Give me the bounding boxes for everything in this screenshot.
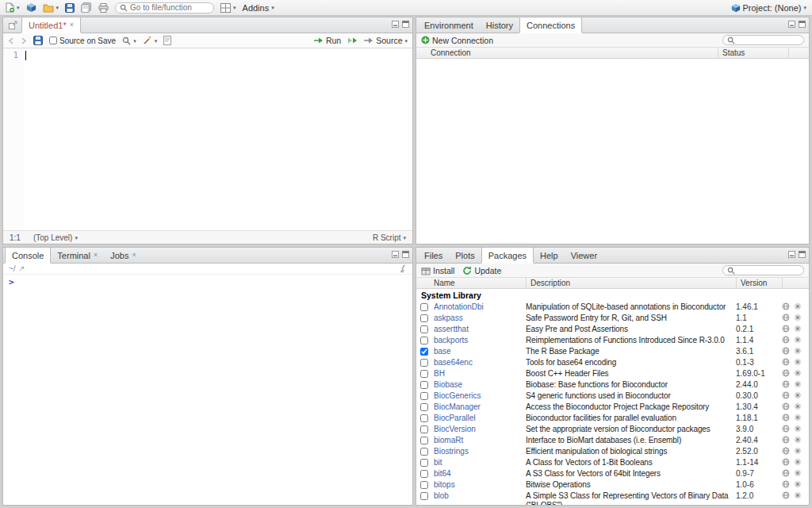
package-name-link[interactable]: bit64 (434, 469, 526, 479)
pane-layout-button[interactable]: ▾ (220, 3, 236, 13)
package-checkbox[interactable] (420, 414, 428, 422)
find-replace-button[interactable]: ▾ (122, 37, 136, 45)
save-file-button[interactable] (33, 36, 43, 45)
package-checkbox[interactable] (420, 437, 428, 444)
package-remove-button[interactable] (794, 447, 802, 455)
tab-viewer[interactable]: Viewer (565, 248, 603, 263)
package-checkbox[interactable] (420, 492, 428, 500)
maximize-pane-button[interactable] (799, 251, 806, 258)
package-name-link[interactable]: assertthat (434, 325, 526, 334)
package-checkbox[interactable] (420, 403, 428, 411)
minimize-pane-button[interactable] (392, 251, 399, 258)
package-name-link[interactable]: bitops (434, 480, 526, 490)
new-connection-button[interactable]: New Connection (421, 36, 493, 45)
package-remove-button[interactable] (794, 369, 802, 377)
package-website-button[interactable] (782, 358, 790, 366)
package-name-link[interactable]: BH (434, 369, 526, 379)
package-remove-button[interactable] (794, 469, 802, 477)
package-remove-button[interactable] (794, 436, 802, 444)
package-remove-button[interactable] (794, 302, 802, 310)
new-project-button[interactable] (26, 2, 36, 13)
tab-console[interactable]: Console (5, 248, 51, 263)
code-tools-button[interactable]: ▾ (143, 36, 158, 45)
package-website-button[interactable] (782, 458, 790, 466)
connections-search-input[interactable] (737, 36, 799, 44)
minimize-pane-button[interactable] (788, 21, 795, 28)
package-name-link[interactable]: BiocGenerics (434, 391, 526, 401)
maximize-pane-button[interactable] (402, 21, 409, 28)
popout-button[interactable] (5, 17, 21, 33)
package-website-button[interactable] (782, 391, 790, 399)
column-version[interactable]: Version (736, 278, 782, 288)
package-remove-button[interactable] (794, 480, 802, 488)
package-website-button[interactable] (782, 336, 790, 344)
close-tab-icon[interactable]: × (94, 252, 98, 259)
package-name-link[interactable]: AnnotationDbi (434, 302, 526, 312)
tab-untitled1[interactable]: Untitled1* × (21, 17, 81, 33)
new-file-button[interactable]: ▾ (6, 2, 20, 13)
column-name[interactable]: Name (434, 279, 526, 287)
package-checkbox[interactable] (420, 325, 428, 333)
package-name-link[interactable]: backports (434, 336, 526, 345)
close-tab-icon[interactable]: × (132, 252, 136, 259)
project-menu-button[interactable]: Project: (None) ▾ (731, 3, 807, 13)
package-remove-button[interactable] (794, 380, 802, 388)
compile-report-button[interactable] (163, 36, 171, 45)
save-all-button[interactable] (81, 2, 92, 13)
forward-button[interactable] (21, 37, 27, 44)
package-checkbox[interactable] (420, 425, 428, 433)
package-remove-button[interactable] (794, 336, 802, 344)
package-checkbox[interactable] (420, 448, 428, 456)
minimize-pane-button[interactable] (392, 21, 399, 28)
tab-packages[interactable]: Packages (481, 248, 534, 263)
package-remove-button[interactable] (794, 391, 802, 399)
package-website-button[interactable] (782, 369, 790, 377)
scope-selector[interactable]: (Top Level) ▾ (33, 233, 78, 242)
clear-console-button[interactable] (398, 264, 407, 273)
tab-help[interactable]: Help (534, 248, 565, 263)
tab-history[interactable]: History (480, 17, 519, 33)
code-editor[interactable]: 1 (3, 48, 412, 231)
package-name-link[interactable]: bit (434, 458, 526, 468)
tab-jobs[interactable]: Jobs × (104, 248, 143, 263)
package-checkbox[interactable] (420, 381, 428, 389)
package-website-button[interactable] (782, 491, 790, 499)
minimize-pane-button[interactable] (788, 251, 795, 258)
package-website-button[interactable] (782, 414, 790, 421)
package-remove-button[interactable] (794, 314, 802, 321)
package-name-link[interactable]: blob (434, 491, 526, 501)
save-button[interactable] (65, 3, 75, 13)
package-checkbox[interactable] (420, 314, 428, 322)
package-checkbox[interactable] (420, 370, 428, 378)
package-remove-button[interactable] (794, 425, 802, 433)
package-checkbox[interactable] (420, 303, 428, 311)
package-name-link[interactable]: biomaRt (434, 436, 526, 445)
source-on-save-checkbox[interactable] (49, 37, 57, 44)
package-remove-button[interactable] (794, 458, 802, 466)
package-website-button[interactable] (782, 302, 790, 310)
tab-environment[interactable]: Environment (418, 17, 480, 33)
console-input-area[interactable]: > (3, 275, 412, 290)
package-remove-button[interactable] (794, 491, 802, 499)
update-button[interactable]: Update (462, 266, 501, 275)
package-name-link[interactable]: BiocParallel (434, 414, 526, 423)
package-website-button[interactable] (782, 402, 790, 410)
open-file-button[interactable]: ▾ (43, 3, 59, 13)
package-checkbox[interactable] (420, 348, 428, 356)
package-checkbox[interactable] (420, 359, 428, 367)
package-remove-button[interactable] (794, 325, 802, 333)
tab-files[interactable]: Files (418, 248, 449, 263)
package-website-button[interactable] (782, 447, 790, 455)
maximize-pane-button[interactable] (799, 21, 806, 28)
package-checkbox[interactable] (420, 481, 428, 489)
back-button[interactable] (8, 37, 14, 44)
package-name-link[interactable]: BiocVersion (434, 425, 526, 434)
package-name-link[interactable]: base (434, 347, 526, 356)
package-remove-button[interactable] (794, 402, 802, 410)
source-on-save-checkbox-label[interactable]: Source on Save (49, 37, 116, 45)
goto-file-input[interactable] (130, 3, 209, 12)
tab-plots[interactable]: Plots (449, 248, 481, 263)
close-tab-icon[interactable]: × (70, 21, 74, 29)
package-remove-button[interactable] (794, 414, 802, 421)
source-button[interactable]: Source ▾ (364, 36, 408, 45)
